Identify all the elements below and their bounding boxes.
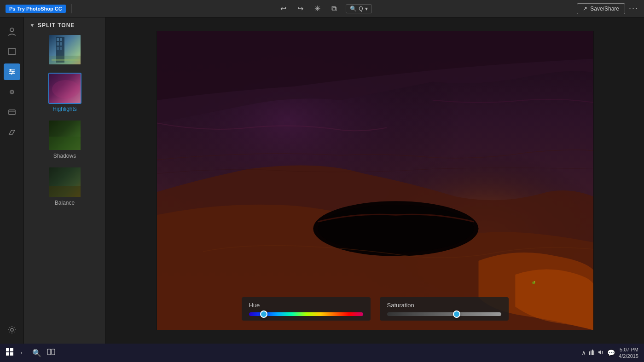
- notification-icon[interactable]: 💬: [607, 349, 615, 356]
- compare-button[interactable]: ⧉: [330, 3, 338, 15]
- hue-thumb[interactable]: [260, 310, 267, 318]
- panel-thumb-shadows: [48, 120, 81, 151]
- hue-saturation-panel: Hue Saturation: [242, 297, 509, 321]
- panel-collapse-arrow[interactable]: ▼: [29, 22, 35, 29]
- time-display: 5:07 PM 4/2/2015: [619, 346, 638, 360]
- panel-sidebar: ▼ SPLIT TONE: [24, 17, 106, 344]
- svg-point-5: [10, 69, 12, 71]
- svg-rect-45: [593, 351, 594, 355]
- redo-button[interactable]: ↪: [296, 2, 305, 15]
- saturation-slider-group: Saturation: [380, 297, 509, 321]
- undo-button[interactable]: ↩: [278, 2, 288, 15]
- svg-rect-38: [6, 352, 9, 356]
- svg-rect-17: [57, 42, 59, 46]
- taskbar: ← 🔍 ∧: [0, 344, 644, 362]
- task-view-button[interactable]: [47, 349, 55, 357]
- sidebar-item-adjustments[interactable]: [4, 63, 20, 80]
- chevron-up-icon[interactable]: ∧: [581, 349, 586, 356]
- panel-item-shadows[interactable]: Shadows: [28, 120, 102, 159]
- sidebar-item-view[interactable]: [4, 84, 20, 100]
- taskbar-left: ← 🔍: [6, 348, 55, 358]
- zoom-arrow: ▾: [365, 6, 368, 12]
- svg-point-0: [10, 28, 14, 32]
- svg-rect-20: [60, 47, 62, 50]
- svg-rect-46: [598, 351, 599, 353]
- hue-track-container[interactable]: [249, 312, 363, 316]
- toolbar-divider: [71, 4, 72, 13]
- hue-slider-group: Hue: [242, 297, 371, 321]
- search-button[interactable]: 🔍: [32, 349, 41, 357]
- svg-point-9: [11, 92, 12, 93]
- zoom-icon: 🔍: [350, 6, 357, 12]
- svg-rect-28: [49, 186, 81, 198]
- zoom-value: Q: [359, 6, 363, 12]
- svg-point-33: [318, 205, 474, 253]
- sidebar-item-profile[interactable]: [4, 23, 20, 40]
- saturation-thumb[interactable]: [453, 310, 460, 318]
- panel-item-highlights[interactable]: Highlights: [28, 73, 102, 112]
- svg-rect-16: [60, 38, 62, 41]
- panel-item-original[interactable]: [28, 34, 102, 65]
- svg-point-12: [11, 328, 13, 331]
- svg-point-7: [11, 73, 12, 75]
- sidebar-item-crop[interactable]: [4, 43, 20, 60]
- more-options-button[interactable]: ···: [629, 4, 638, 13]
- panel-thumb-img-shadows: [49, 121, 81, 150]
- svg-rect-22: [52, 59, 80, 61]
- panel-thumb-balance: [48, 167, 81, 198]
- toolbar-center: ↩ ↪ ✳ ⧉ 🔍 Q ▾: [278, 2, 371, 15]
- panel-header: ▼ SPLIT TONE: [28, 22, 102, 29]
- back-button[interactable]: ←: [19, 349, 27, 357]
- zoom-control[interactable]: 🔍 Q ▾: [346, 4, 371, 13]
- svg-point-24: [52, 80, 80, 98]
- share-icon: ↗: [583, 6, 587, 12]
- sidebar-item-erase[interactable]: [4, 124, 20, 141]
- svg-rect-42: [589, 351, 590, 355]
- windows-start-button[interactable]: [6, 348, 14, 358]
- shadows-label: Shadows: [53, 153, 76, 159]
- save-share-button[interactable]: ↗ Save/Share: [577, 3, 625, 14]
- volume-icon[interactable]: [598, 349, 604, 357]
- svg-rect-10: [9, 110, 15, 115]
- highlights-label: Highlights: [52, 106, 77, 112]
- clock-time: 5:07 PM: [619, 346, 638, 353]
- system-tray: ∧ 💬: [581, 349, 615, 357]
- svg-rect-36: [6, 348, 9, 351]
- taskbar-right: ∧ 💬 5:07 PM 4/2/2015: [581, 346, 638, 360]
- saturation-track: [387, 312, 501, 316]
- svg-rect-41: [52, 349, 55, 355]
- panel-thumb-original: [48, 34, 81, 65]
- svg-rect-15: [57, 38, 59, 41]
- svg-rect-40: [47, 349, 51, 355]
- save-share-label: Save/Share: [590, 6, 619, 12]
- svg-rect-43: [591, 351, 592, 355]
- balance-label: Balance: [55, 200, 75, 206]
- panel-item-balance[interactable]: Balance: [28, 167, 102, 206]
- svg-rect-37: [10, 348, 13, 351]
- saturation-label: Saturation: [387, 302, 501, 309]
- svg-rect-19: [57, 47, 59, 50]
- photoshop-badge[interactable]: Ps Try PhotoShop CC: [6, 5, 66, 13]
- ps-logo: Ps: [9, 6, 15, 11]
- ps-badge-text: Try PhotoShop CC: [17, 6, 62, 11]
- crop-tool-button[interactable]: ✳: [313, 2, 322, 15]
- landscape-background: Hue Saturation: [157, 31, 593, 330]
- settings-button[interactable]: [4, 322, 20, 338]
- svg-point-35: [534, 281, 535, 282]
- sidebar-item-layers[interactable]: [4, 104, 20, 121]
- saturation-track-container[interactable]: [387, 312, 501, 316]
- svg-rect-39: [10, 352, 13, 356]
- network-icon[interactable]: [589, 349, 595, 357]
- main-image-canvas: Hue Saturation: [157, 31, 594, 330]
- svg-rect-18: [60, 42, 62, 46]
- svg-rect-44: [592, 350, 593, 355]
- panel-thumb-img-original: [49, 35, 81, 64]
- svg-rect-1: [9, 48, 15, 55]
- landscape-svg: [157, 31, 593, 330]
- main-area: Hue Saturation: [106, 17, 644, 344]
- panel-thumb-img-highlights: [49, 74, 81, 103]
- toolbar-left: Ps Try PhotoShop CC: [6, 4, 74, 13]
- panel-thumb-img-balance: [49, 167, 81, 197]
- svg-rect-26: [49, 137, 81, 151]
- panel-title: SPLIT TONE: [38, 22, 75, 29]
